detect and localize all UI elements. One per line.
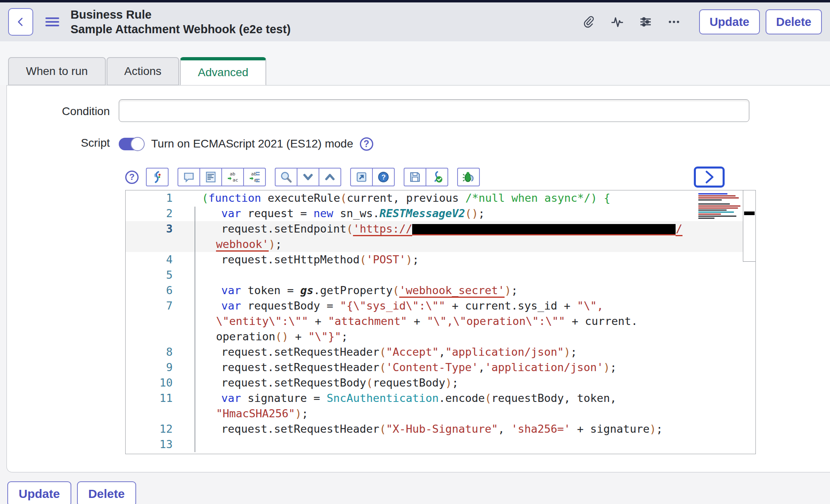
script-label: Script [7,134,119,159]
code-line[interactable]: 9request.setRequestHeader('Content-Type'… [126,360,755,375]
code-line[interactable]: 3request.setEndpoint('https:/// [126,221,755,237]
format-code-button[interactable] [199,168,222,186]
code-line[interactable]: 11var signature = SncAuthentication.enco… [126,391,755,406]
line-number [126,314,186,329]
code-line[interactable]: \"entity\":\"" + "attachment" + "\",\"op… [126,314,755,329]
tab-strip: When to runActionsAdvanced [0,41,830,85]
code-line[interactable]: 10request.setRequestBody(requestBody); [126,375,755,391]
line-number [126,406,186,421]
code-text [186,437,221,452]
update-button[interactable]: Update [699,9,760,34]
condition-input[interactable] [119,99,749,122]
code-line[interactable]: 4request.setHttpMethod('POST'); [126,252,755,267]
code-text: request.setRequestHeader("Accept","appli… [186,344,577,360]
line-number: 3 [126,221,186,237]
code-line[interactable]: webhook'); [126,237,755,252]
code-text: request.setRequestHeader('Content-Type',… [186,360,616,375]
attachment-icon[interactable] [582,15,596,29]
script-code-editor[interactable]: 1(function executeRule(current, previous… [125,190,756,454]
code-line[interactable]: 1(function executeRule(current, previous… [126,190,755,206]
tab-actions[interactable]: Actions [107,57,180,85]
svg-text:ab: ab [230,171,235,177]
code-line[interactable]: 8request.setRequestHeader("Accept","appl… [126,344,755,360]
line-number: 11 [126,391,186,406]
open-new-window-icon [355,171,368,184]
code-line[interactable]: operation() + "\"}"; [126,329,755,344]
indent-guide [195,207,195,452]
condition-label: Condition [7,99,119,122]
es2021-toggle[interactable] [119,138,144,150]
code-text: operation() + "\"}"; [186,329,348,344]
delete-button-footer[interactable]: Delete [77,481,136,504]
script-editor-button[interactable] [146,168,169,186]
delete-button[interactable]: Delete [766,9,822,34]
code-text: webhook'); [186,237,282,252]
code-text: "HmacSHA256"); [186,406,308,421]
code-text: var token = gs.getProperty('webhook_secr… [186,283,518,298]
line-number: 10 [126,375,186,391]
save-button-editor[interactable] [404,168,426,186]
help-filled-icon: ? [377,171,390,184]
code-text: \"entity\":\"" + "attachment" + "\",\"op… [186,314,637,329]
toggle-knob [130,137,145,151]
menu-icon[interactable] [45,15,59,28]
comment-button[interactable] [178,168,200,186]
search-icon [279,170,293,184]
line-number: 8 [126,344,186,360]
script-editor-icon [150,170,164,184]
svg-text:ab: ab [251,171,257,177]
chevron-up-icon [324,171,336,183]
code-minimap[interactable] [697,192,742,226]
redacted-url [412,224,676,235]
code-line[interactable]: "HmacSHA256"); [126,406,755,421]
line-number: 13 [126,437,186,452]
code-line[interactable]: 6var token = gs.getProperty('webhook_sec… [126,283,755,298]
debug-button[interactable] [457,168,480,186]
back-button[interactable] [8,8,33,36]
code-line[interactable]: 12request.setRequestHeader("X-Hub-Signat… [126,421,755,437]
editor-help-button[interactable]: ? [372,168,395,186]
code-text: request.setRequestBody(requestBody); [186,375,458,391]
find-previous-button[interactable] [319,168,341,186]
tab-advanced[interactable]: Advanced [180,57,266,85]
replace-all-icon: ab ac [248,170,261,184]
code-text: var request = new sn_ws.RESTMessageV2(); [186,206,485,221]
code-text: var requestBody = "{\"sys_id\":\"" + cur… [186,298,603,314]
footer-actions: Update Delete [0,472,830,504]
open-new-window-button[interactable] [350,168,373,186]
find-next-button[interactable] [297,168,319,186]
more-icon[interactable] [667,15,681,29]
save-icon [409,171,421,184]
es2021-toggle-label: Turn on ECMAScript 2021 (ES12) mode [151,137,353,150]
record-type-title: Business Rule [71,7,291,22]
help-icon[interactable]: ? [125,171,139,184]
code-text: var signature = SncAuthentication.encode… [186,391,616,406]
tab-when-to-run[interactable]: When to run [8,57,106,85]
code-text: request.setEndpoint('https:/// [186,221,682,237]
search-button[interactable] [275,168,297,186]
svg-text:ac: ac [233,177,238,183]
format-code-icon [204,171,217,184]
replace-all-button[interactable]: ab ac [243,168,266,186]
editor-toolbar: ? [125,167,830,188]
replace-button[interactable]: ab ac [221,168,244,186]
code-text: (function executeRule(current, previous … [186,190,610,206]
debug-icon [462,170,475,184]
line-number: 2 [126,206,186,221]
line-number [126,237,186,252]
code-line[interactable]: 5 [126,267,755,283]
activity-icon[interactable] [610,15,625,29]
sliders-icon[interactable] [638,15,653,29]
scrollbar-thumb[interactable] [744,211,755,215]
es2021-help-icon[interactable]: ? [360,137,373,151]
code-line[interactable]: 2var request = new sn_ws.RESTMessageV2()… [126,206,755,221]
syntax-check-button[interactable] [426,168,448,186]
update-button-footer[interactable]: Update [7,481,71,504]
code-line[interactable]: 13 [126,437,755,452]
code-line[interactable]: 7var requestBody = "{\"sys_id\":\"" + cu… [126,298,755,314]
line-number: 7 [126,298,186,314]
editor-scrollbar[interactable] [743,190,755,262]
chevron-left-icon [15,17,26,27]
line-number: 1 [126,190,186,206]
expand-editor-button[interactable] [694,167,725,188]
